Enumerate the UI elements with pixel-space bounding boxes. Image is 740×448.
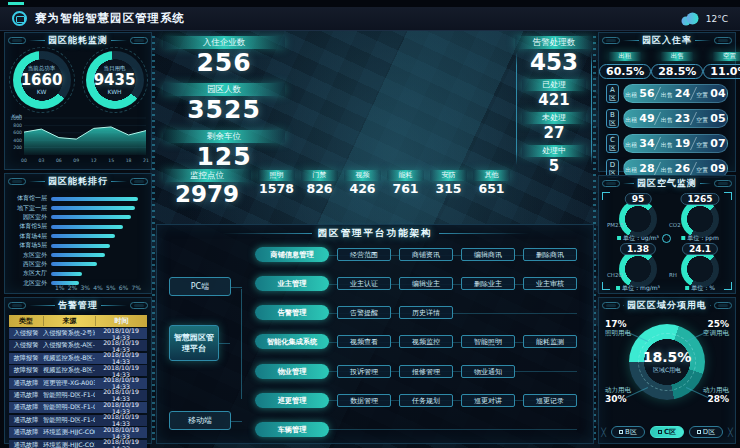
rank-row: 东区室外 (11, 250, 141, 259)
svg-text:03: 03 (38, 158, 44, 163)
panel-energy-rank: 园区能耗排行 体育馆一层地下室一层园区室外体育馆5层体育场4层体育场5层东区室外… (4, 173, 152, 294)
cell-type: 故障报警 (9, 366, 43, 375)
title-line (101, 305, 127, 306)
table-row[interactable]: 入侵报警入侵报警系统-2号巡防2018/10/19 14:33 (9, 328, 147, 339)
rank-axis-tick: 6% (119, 284, 129, 291)
rank-row: 园区室外 (11, 213, 141, 222)
rank-track (51, 197, 141, 201)
rank-bar (51, 253, 105, 257)
module-node[interactable]: 业主管理 (255, 276, 329, 291)
rank-label: 体育馆一层 (11, 194, 51, 203)
module-node[interactable]: 物业管理 (255, 364, 329, 379)
feature-node[interactable]: 视频监控 (399, 335, 453, 348)
arch-left-node[interactable]: 移动端 (169, 411, 231, 430)
big-stat: 入住企业数256 (163, 36, 285, 76)
svg-text:1000: 1000 (10, 116, 22, 121)
panel-title-bar: 园区能耗监测 (5, 33, 151, 47)
zone-cell-label: 空置 (696, 166, 708, 175)
feature-node[interactable]: 业主审核 (523, 277, 577, 290)
zone-row: C区出租34出售19空置07 (606, 134, 728, 153)
cell-type: 通讯故障 (9, 428, 43, 437)
table-row[interactable]: 通讯故障环境监测-HJJC-CO0152018/10/19 14:33 (9, 427, 147, 438)
feature-node[interactable]: 报修管理 (399, 365, 453, 378)
panel-alarm-table: 告警管理 类型 来源 时间 入侵报警入侵报警系统-2号巡防2018/10/19 … (4, 297, 152, 444)
module-node[interactable]: 告警管理 (255, 305, 329, 320)
title-ornament (714, 37, 732, 44)
feature-node[interactable]: 任务规划 (399, 394, 453, 407)
app-logo-icon (12, 11, 27, 26)
feature-node[interactable]: 投诉管理 (337, 365, 391, 378)
zone-cell: 出售23 (661, 112, 690, 125)
corner-bracket (724, 282, 732, 290)
zone-cell-label: 出租 (625, 91, 637, 100)
module-node[interactable]: 车辆管理 (255, 422, 329, 437)
architecture-row: 巡更管理数据管理任务规划巡更对讲巡更记录 (255, 393, 583, 408)
title-line (623, 183, 634, 184)
feature-node[interactable]: 智能照明 (461, 335, 515, 348)
arch-left-node[interactable]: 智慧园区管理平台 (169, 325, 219, 361)
feature-node[interactable]: 编辑商讯 (461, 248, 515, 261)
zone-cell-value: 23 (675, 112, 690, 125)
feature-node[interactable]: 巡更记录 (523, 394, 577, 407)
air-gauge-name: CH2O (607, 272, 623, 278)
zone-cell-label: 出售 (661, 141, 673, 150)
energy-area-chart: Kwh 200 400 600 800 1000 000306091215182… (8, 112, 148, 168)
table-row[interactable]: 通讯故障巡更管理-XG-A0032018/10/19 14:33 (9, 378, 147, 389)
feature-node[interactable]: 经营范围 (337, 248, 391, 261)
feature-node[interactable]: 巡更对讲 (461, 394, 515, 407)
table-row[interactable]: 通讯故障智能照明-D区-F1-0452018/10/19 14:33 (9, 415, 147, 426)
feature-node[interactable]: 能耗监测 (523, 335, 577, 348)
module-node[interactable]: 巡更管理 (255, 393, 329, 408)
rank-track (51, 253, 141, 257)
feature-node[interactable]: 删除商讯 (523, 248, 577, 261)
feature-node[interactable]: 数据管理 (337, 394, 391, 407)
feature-node[interactable]: 告警提醒 (337, 306, 391, 319)
feature-node[interactable]: 删除业主 (461, 277, 515, 290)
feature-node[interactable]: 物业通知 (461, 365, 515, 378)
tab-square-icon (619, 430, 623, 434)
device-stats-row: 照明1578门禁826视频426能耗761安防315其他651 (258, 170, 510, 197)
feature-node[interactable]: 历史详情 (399, 306, 453, 319)
table-row[interactable]: 故障报警视频监控系统-B区-F2-3PA12018/10/19 14:33 (9, 353, 147, 364)
architecture-left-nodes: PC端智慧园区管理平台移动端 (169, 263, 249, 435)
rank-track (51, 262, 141, 266)
rank-track (51, 234, 141, 238)
zone-cell-value: 26 (675, 162, 690, 175)
module-node[interactable]: 智能化集成系统 (255, 334, 329, 349)
zone-badge: C区 (606, 134, 619, 153)
tab-square-icon (658, 430, 662, 434)
power-corner-br: 动力用电 28% (703, 386, 729, 404)
zone-cell: 空置04 (696, 87, 725, 100)
top-strip (0, 0, 740, 7)
architecture-title-bar: 园区管理平台功能架构 (157, 225, 593, 242)
feature-node[interactable]: 商铺资讯 (399, 248, 453, 261)
feature-node[interactable]: 编辑业主 (399, 277, 453, 290)
air-gauge: 95PM2.5单位：ug/m³ (607, 193, 669, 243)
alarm-table-header: 类型 来源 时间 (9, 315, 147, 327)
air-gauge-unit: 单位：mg/m³ (616, 284, 660, 293)
feature-node[interactable]: 业主认证 (337, 277, 391, 290)
stat-value: 2979 (163, 182, 251, 207)
cell-source: 智能照明-D区-F1-045 (43, 416, 95, 425)
architecture-row: 智能化集成系统视频查看视频监控智能照明能耗监测 (255, 334, 583, 349)
zone-cell-label: 出租 (625, 116, 637, 125)
arch-left-node[interactable]: PC端 (169, 277, 231, 296)
table-row[interactable]: 通讯故障智能照明-D区-F1-0442018/10/19 14:33 (9, 402, 147, 413)
power-tab-D区[interactable]: D区 (689, 426, 723, 438)
cell-source: 视频监控系统-B区-F2-3PA1 (43, 354, 95, 363)
module-node[interactable]: 商铺信息管理 (255, 247, 329, 262)
device-stat: 照明1578 (258, 170, 295, 197)
stat-value: 125 (163, 143, 285, 170)
power-tab-B区[interactable]: B区 (611, 426, 645, 438)
table-row[interactable]: 入侵报警入侵报警系统-A区-3楼东门2018/10/19 14:33 (9, 340, 147, 351)
table-row[interactable]: 通讯故障环境监测-HJJC-CO1252018/10/19 14:33 (9, 440, 147, 448)
gauge-value: 1660 (21, 72, 63, 88)
occupancy-summary-item: 出租60.5% (599, 52, 651, 79)
panel-air-quality: 园区空气监测 95PM2.5单位：ug/m³1265CO2单位：ppm1.38C… (598, 175, 736, 294)
device-stat: 其他651 (473, 170, 510, 197)
rank-bar (51, 197, 138, 201)
table-row[interactable]: 通讯故障智能照明-D区-F1-0432018/10/19 14:33 (9, 390, 147, 401)
power-tab-C区[interactable]: C区 (650, 426, 684, 438)
table-row[interactable]: 故障报警视频监控系统-B区-F4-4FW32018/10/19 14:33 (9, 365, 147, 376)
feature-node[interactable]: 视频查看 (337, 335, 391, 348)
